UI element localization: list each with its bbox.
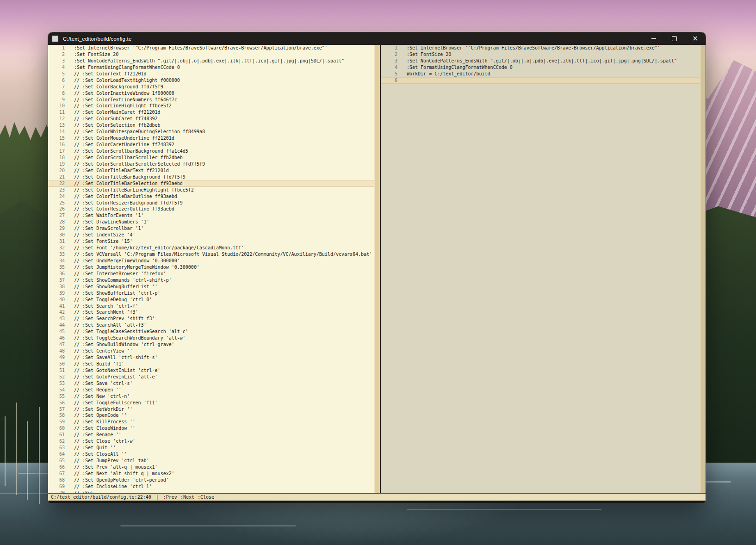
code-line[interactable]: 36// :Set InternetBrowser 'firefox': [48, 271, 374, 277]
code-line[interactable]: 49// :Set SaveAll 'ctrl-shift-s': [48, 354, 374, 361]
code-line[interactable]: 45// :Set ToggleCaseSensitiveSearch 'alt…: [48, 328, 374, 335]
code-line[interactable]: 34// :Set UndoMergeTimeWindow '0.300000': [48, 258, 374, 264]
code-line[interactable]: 24// :Set ColorTitleBarOutline ff93aebd: [48, 193, 374, 200]
code-line[interactable]: 40// :Set ToggleDebug 'ctrl-0': [48, 297, 374, 303]
code-line[interactable]: 20// :Set ColorTitleBarText ff21201d: [48, 167, 374, 174]
code-line[interactable]: 51// :Set GotoNextInList 'ctrl-e': [48, 367, 374, 374]
code-line[interactable]: 31// :Set FontSize '15': [48, 238, 374, 245]
line-text: // :Set KillProcess '': [74, 419, 135, 425]
editor-pane-active[interactable]: 1:Set InternetBrowser '"C:/Program Files…: [48, 45, 374, 493]
code-line[interactable]: 3:Set NonCodePatterns_EndsWith ".git/|.o…: [48, 58, 374, 64]
status-command[interactable]: :Next: [180, 494, 194, 501]
code-line[interactable]: 66// :Set Prev 'alt-q | mousex1': [48, 464, 374, 471]
code-line[interactable]: 14// :Set ColorWhitespaceDuringSelection…: [48, 129, 374, 135]
code-line[interactable]: 5// :Set ColorText ff21201d: [48, 71, 374, 77]
code-line[interactable]: 69// :Set EncloseLine 'ctrl-l': [48, 483, 374, 490]
code-line[interactable]: 29// :Set DrawScrollbar '1': [48, 225, 374, 232]
code-line[interactable]: 27// :Set WaitForEvents '1': [48, 212, 374, 219]
code-line[interactable]: 42// :Set SearchNext 'f3': [48, 309, 374, 316]
editor-pane-inactive[interactable]: 1:Set InternetBrowser '"C:/Program Files…: [381, 45, 700, 493]
code-line[interactable]: 59// :Set KillProcess '': [48, 419, 374, 425]
code-line[interactable]: 30// :Set IndentSize '4': [48, 232, 374, 238]
line-number: 15: [48, 135, 65, 142]
code-line[interactable]: 44// :Set SearchAll 'alt-f3': [48, 322, 374, 328]
minimize-icon: [651, 38, 656, 39]
code-line[interactable]: 54// :Set Reopen '': [48, 387, 374, 393]
minimize-button[interactable]: [643, 32, 664, 45]
line-number: 39: [48, 290, 65, 297]
code-line[interactable]: 61// :Set Rename '': [48, 432, 374, 438]
code-line[interactable]: 6: [381, 77, 700, 84]
code-line[interactable]: 35// :Set JumpHistoryMergeTimeWindow '0.…: [48, 264, 374, 271]
code-line[interactable]: 8// :Set ColorInactiveWindow 1f000000: [48, 90, 374, 97]
code-line[interactable]: 53// :Set Save 'ctrl-s': [48, 380, 374, 387]
code-line[interactable]: 7// :Set ColorBackground ffd7f5f9: [48, 84, 374, 90]
code-line[interactable]: 3:Set NonCodePatterns_EndsWith ".git/|.o…: [381, 58, 700, 64]
code-line[interactable]: 12// :Set ColorSubCaret ff748392: [48, 116, 374, 122]
code-line[interactable]: 19// :Set ColorScrollbarScrollerSelected…: [48, 161, 374, 167]
line-text: // :Set ColorTitleBarLineHighlight ffbce…: [74, 187, 194, 193]
code-line[interactable]: 57// :Set SetWorkDir '': [48, 406, 374, 413]
code-line[interactable]: 39// :Set ShowBufferList 'ctrl-p': [48, 290, 374, 297]
code-line[interactable]: 28// :Set DrawLineNumbers '1': [48, 219, 374, 225]
line-text: // :Set CenterView '': [74, 348, 132, 354]
code-line[interactable]: 4:Set FormatUsingClangFormatWhenCCode 0: [48, 64, 374, 71]
water-streak: [120, 525, 296, 526]
code-line[interactable]: 47// :Set ShowBuildWindow 'ctrl-grave': [48, 341, 374, 348]
code-line[interactable]: 23// :Set ColorTitleBarLineHighlight ffb…: [48, 187, 374, 193]
right-scrollbar[interactable]: [700, 45, 706, 493]
code-line[interactable]: 38// :Set ShowDebugBufferList '': [48, 284, 374, 290]
code-line[interactable]: 56// :Set ToggleFullscreen 'f11': [48, 400, 374, 406]
code-line[interactable]: 1:Set InternetBrowser '"C:/Program Files…: [381, 45, 700, 51]
code-line[interactable]: 1:Set InternetBrowser '"C:/Program Files…: [48, 45, 374, 51]
code-line[interactable]: 32// :Set Font '/home/krz/text_editor/pa…: [48, 245, 374, 251]
code-line[interactable]: 25// :Set ColorResizerBackground ffd7f5f…: [48, 200, 374, 206]
code-line[interactable]: 62// :Set Close 'ctrl-w': [48, 438, 374, 445]
code-line[interactable]: 46// :Set ToggleSearchWordBoundary 'alt-…: [48, 335, 374, 341]
right-scrollbar-thumb[interactable]: [701, 45, 706, 493]
line-text: WorkDir = C:/text_editor/build: [407, 71, 490, 77]
code-line[interactable]: 43// :Set SearchPrev 'shift-f3': [48, 316, 374, 322]
line-number: 11: [48, 109, 65, 116]
code-line[interactable]: 21// :Set ColorTitleBarBackground ffd7f5…: [48, 174, 374, 180]
code-line[interactable]: 37// :Set ShowCommands 'ctrl-shift-p': [48, 277, 374, 284]
editor-content: 1:Set InternetBrowser '"C:/Program Files…: [48, 45, 706, 493]
code-line[interactable]: 60// :Set CloseWindow '': [48, 425, 374, 432]
code-line[interactable]: 15// :Set ColorMouseUnderline ff21201d: [48, 135, 374, 142]
code-line[interactable]: 50// :Set Build 'f1': [48, 361, 374, 367]
code-line[interactable]: 68// :Set OpenUpFolder 'ctrl-period': [48, 477, 374, 483]
code-line[interactable]: 2:Set FontSize 20: [48, 51, 374, 58]
maximize-button[interactable]: [664, 32, 685, 45]
code-line[interactable]: 13// :Set ColorSelection ffb2dbeb: [48, 122, 374, 129]
code-line[interactable]: 6// :Set ColorLoadTextHighlight f000000: [48, 77, 374, 84]
code-line[interactable]: 67// :Set Next 'alt-shift-q | mousex2': [48, 471, 374, 477]
code-line[interactable]: 64// :Set CloseAll '': [48, 451, 374, 458]
line-text: // :Set OpenCode '': [74, 412, 127, 419]
left-scrollbar-thumb[interactable]: [375, 45, 380, 493]
code-line[interactable]: 33// :Set VCVarsall 'C:/Program Files/Mi…: [48, 251, 374, 258]
code-line[interactable]: 16// :Set ColorCaretUnderline ff748392: [48, 142, 374, 148]
code-line[interactable]: 65// :Set JumpPrev 'ctrl-tab': [48, 458, 374, 464]
code-line[interactable]: 55// :Set New 'ctrl-n': [48, 393, 374, 400]
code-line[interactable]: 9// :Set ColorTextLineNumbers ff646f7c: [48, 97, 374, 103]
code-line[interactable]: 63// :Set Quit '': [48, 445, 374, 451]
title-bar[interactable]: C:/text_editor/build/config.te ×: [48, 32, 706, 45]
code-line[interactable]: 2:Set FontSize 20: [381, 51, 700, 58]
code-line[interactable]: 58// :Set OpenCode '': [48, 412, 374, 419]
code-line[interactable]: 5WorkDir = C:/text_editor/build: [381, 71, 700, 77]
line-text: // :Set ShowDebugBufferList '': [74, 284, 158, 290]
code-line[interactable]: 4:Set FormatUsingClangFormatWhenCCode 0: [381, 64, 700, 71]
code-line[interactable]: 17// :Set ColorScrollbarBackground ffa1c…: [48, 148, 374, 155]
code-line[interactable]: 41// :Set Search 'ctrl-f': [48, 303, 374, 310]
code-line[interactable]: 48// :Set CenterView '': [48, 348, 374, 354]
status-command[interactable]: :Prev: [163, 494, 177, 501]
code-line[interactable]: 11// :Set ColorMainCaret ff21201d: [48, 109, 374, 116]
code-line[interactable]: 22// :Set ColorTitleBarSelection ff93aeb…: [48, 180, 374, 187]
left-scrollbar[interactable]: [374, 45, 380, 493]
code-line[interactable]: 18// :Set ColorScrollbarScroller ffb2dbe…: [48, 155, 374, 161]
status-command[interactable]: :Close: [198, 494, 214, 501]
code-line[interactable]: 52// :Set GotoPrevInList 'alt-e': [48, 374, 374, 380]
code-line[interactable]: 10// :Set ColorLineHighlight ffbce5f2: [48, 103, 374, 109]
close-button[interactable]: ×: [685, 32, 706, 45]
code-line[interactable]: 26// :Set ColorResizerOutline ff93aebd: [48, 206, 374, 212]
